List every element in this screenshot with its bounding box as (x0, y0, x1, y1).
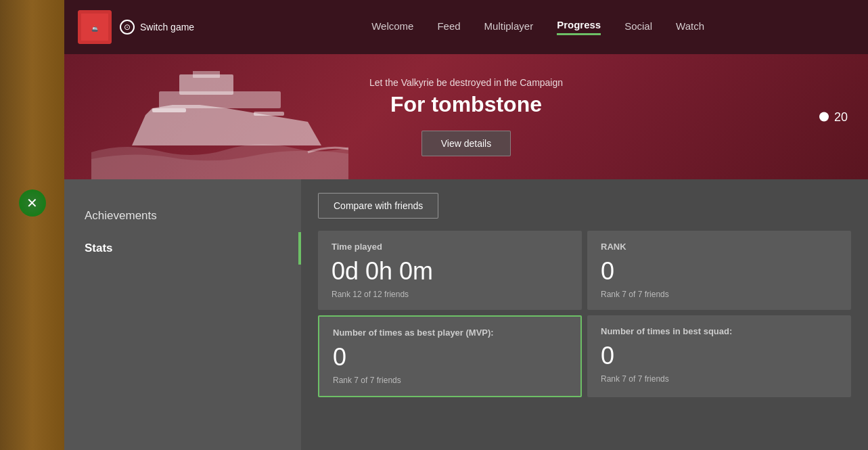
stat-card-time-played: Time played 0d 0h 0m Rank 12 of 12 frien… (318, 231, 582, 310)
nav-link-social[interactable]: Social (624, 20, 652, 35)
game-icon: 🚢 (78, 10, 112, 44)
view-details-button[interactable]: View details (421, 131, 511, 156)
time-played-rank: Rank 12 of 12 friends (332, 290, 568, 299)
xbox-logo-icon: ✕ (19, 189, 46, 217)
hero-banner: Let the Valkyrie be destroyed in the Cam… (64, 54, 868, 179)
lower-section: Achievements Stats Compare with friends … (64, 179, 868, 450)
nav-link-watch[interactable]: Watch (676, 20, 704, 35)
svg-rect-5 (193, 71, 220, 78)
mvp-rank: Rank 7 of 7 friends (333, 376, 567, 385)
best-squad-label: Number of times in best squad: (601, 326, 838, 336)
svg-rect-6 (152, 108, 186, 112)
rank-friend-rank: Rank 7 of 7 friends (601, 290, 838, 299)
nav-link-progress[interactable]: Progress (557, 19, 601, 35)
nav-links: Welcome Feed Multiplayer Progress Social… (221, 19, 854, 35)
rank-value: 0 (601, 257, 838, 286)
left-panel: ✕ (0, 0, 64, 450)
stats-content: Compare with friends Time played 0d 0h 0… (301, 179, 868, 450)
main-content: 🚢 ⊙ Switch game Welcome Feed Multiplayer… (64, 0, 868, 450)
switch-game-button[interactable]: ⊙ Switch game (120, 20, 194, 35)
stats-grid: Time played 0d 0h 0m Rank 12 of 12 frien… (318, 231, 851, 397)
achievement-score: 20 (819, 110, 848, 124)
switch-game-label: Switch game (140, 22, 194, 32)
nav-bar: 🚢 ⊙ Switch game Welcome Feed Multiplayer… (64, 0, 868, 54)
nav-link-feed[interactable]: Feed (437, 20, 460, 35)
stat-card-best-squad: Number of times in best squad: 0 Rank 7 … (587, 315, 851, 397)
sidebar-item-achievements[interactable]: Achievements (64, 200, 301, 232)
switch-game-icon: ⊙ (120, 20, 135, 35)
ship-illustration (91, 71, 348, 179)
time-played-value: 0d 0h 0m (332, 257, 568, 286)
nav-link-welcome[interactable]: Welcome (371, 20, 413, 35)
stat-card-rank: RANK 0 Rank 7 of 7 friends (587, 231, 851, 310)
compare-with-friends-button[interactable]: Compare with friends (318, 193, 438, 219)
achievement-score-value: 20 (834, 110, 848, 124)
score-dot-icon (819, 112, 829, 122)
time-played-label: Time played (332, 242, 568, 252)
hero-title: For tombstone (369, 92, 563, 117)
sidebar-nav: Achievements Stats (64, 179, 301, 450)
stat-card-mvp: Number of times as best player (MVP): 0 … (318, 315, 582, 397)
mvp-label: Number of times as best player (MVP): (333, 328, 567, 338)
svg-text:🚢: 🚢 (91, 25, 98, 32)
sidebar-item-stats[interactable]: Stats (64, 232, 301, 265)
mvp-value: 0 (333, 343, 567, 372)
svg-rect-7 (254, 112, 284, 116)
best-squad-value: 0 (601, 342, 838, 370)
nav-link-multiplayer[interactable]: Multiplayer (484, 20, 534, 35)
rank-label: RANK (601, 242, 838, 252)
best-squad-rank: Rank 7 of 7 friends (601, 374, 838, 384)
hero-text: Let the Valkyrie be destroyed in the Cam… (369, 77, 563, 156)
hero-subtitle: Let the Valkyrie be destroyed in the Cam… (369, 77, 563, 88)
